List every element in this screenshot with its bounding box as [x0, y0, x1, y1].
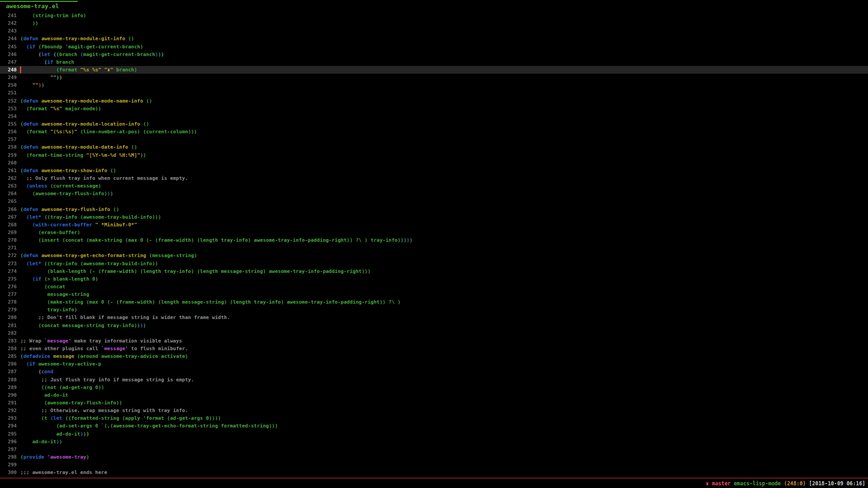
code-token: ;; Otherwise, wrap message string with t…	[20, 408, 188, 413]
code-token: ()	[128, 144, 137, 150]
code-line[interactable]: 260	[0, 159, 868, 167]
line-number: 272	[6, 252, 17, 259]
code-line[interactable]: 288 ;; Just flush tray info if message s…	[0, 376, 868, 384]
line-number: 241	[6, 12, 17, 19]
code-line[interactable]: 275 (if (> blank-length 0)	[0, 275, 868, 283]
code-text: (format-time-string "[%Y-%m-%d %H:%M]"))	[20, 151, 146, 159]
code-line[interactable]: 257	[0, 136, 868, 143]
code-line[interactable]: 274 (blank-length (- (frame-width) (leng…	[0, 267, 868, 275]
code-line[interactable]: 255(defun awesome-tray-module-location-i…	[0, 120, 868, 128]
code-token: )	[155, 52, 158, 57]
code-token: defun	[24, 206, 38, 212]
code-line[interactable]: 285(defadvice message (around awesome-tr…	[0, 352, 868, 360]
code-line[interactable]: 291 (awesome-tray-flush-info))	[0, 399, 868, 407]
code-line[interactable]: 261(defun awesome-tray-show-info ()	[0, 167, 868, 174]
code-token	[20, 214, 26, 220]
code-line[interactable]: 297	[0, 446, 868, 453]
code-line[interactable]: 259 (format-time-string "[%Y-%m-%d %H:%M…	[0, 151, 868, 159]
code-line[interactable]: 282	[0, 329, 868, 337]
code-line[interactable]: 244(defun awesome-tray-module-git-info (…	[0, 35, 868, 42]
code-line[interactable]: 248 (format "%s %s" "♜" branch)	[0, 66, 868, 74]
code-line[interactable]: 242 ))	[0, 19, 868, 27]
code-line[interactable]: 293 (t (let ((formatted-string (apply 'f…	[0, 414, 868, 422]
code-line[interactable]: 252(defun awesome-tray-module-mode-name-…	[0, 97, 868, 105]
code-line[interactable]: 300;;; awesome-tray.el ends here	[0, 469, 868, 476]
code-token: message	[47, 338, 68, 344]
code-line[interactable]: 299	[0, 461, 868, 469]
code-line[interactable]: 276 (concat	[0, 283, 868, 291]
code-line[interactable]: 287 (cond	[0, 368, 868, 375]
code-line[interactable]: 294 (ad-set-args 0 `(,(awesome-tray-get-…	[0, 422, 868, 430]
code-token: (	[20, 36, 24, 42]
code-line[interactable]: 267 (let* ((tray-info (awesome-tray-buil…	[0, 213, 868, 221]
code-line[interactable]: 278 (make-string (max 0 (- (frame-width)…	[0, 298, 868, 306]
code-line[interactable]: 289 ((not (ad-get-arg 0))	[0, 384, 868, 391]
line-number: 257	[6, 136, 17, 143]
code-text: ;; Just flush tray info if message strin…	[20, 376, 194, 384]
code-text: (defun awesome-tray-module-git-info ()	[20, 35, 134, 42]
code-line[interactable]: 266(defun awesome-tray-flush-info ()	[0, 206, 868, 213]
code-line[interactable]: 286 (if awesome-tray-active-p	[0, 360, 868, 368]
code-line[interactable]: 277 message-string	[0, 291, 868, 298]
code-token: ;;; awesome-tray.el ends here	[20, 469, 107, 475]
code-token: ()	[140, 121, 149, 127]
code-token: )	[110, 191, 113, 197]
echo-area-divider	[0, 478, 868, 479]
code-line[interactable]: 283;; Wrap `message' make tray informati…	[0, 337, 868, 345]
code-line[interactable]: 243	[0, 27, 868, 35]
code-line[interactable]: 298(provide 'awesome-tray)	[0, 453, 868, 461]
code-text: ""))	[20, 81, 44, 89]
code-text: (if branch	[20, 58, 74, 66]
code-line[interactable]: 295 ad-do-it)))	[0, 430, 868, 438]
code-line[interactable]: 290 ad-do-it	[0, 391, 868, 399]
code-text: (erase-buffer)	[20, 229, 80, 236]
code-line[interactable]: 241 (string-trim info)	[0, 12, 868, 19]
line-number: 270	[6, 236, 17, 244]
code-line[interactable]: 253 (format "%s" major-mode))	[0, 105, 868, 113]
code-line[interactable]: 271	[0, 244, 868, 252]
code-token: )	[406, 237, 410, 243]
code-line[interactable]: 262 ;; Only flush tray info when current…	[0, 174, 868, 182]
code-line[interactable]: 284;; even other plugins call `message' …	[0, 345, 868, 352]
line-number: 280	[6, 314, 17, 321]
line-number: 297	[6, 446, 17, 453]
code-token: (awesome-tray-flush-info)	[20, 191, 107, 197]
code-line[interactable]: 246 (let ((branch (magit-get-current-bra…	[0, 51, 868, 58]
code-text: (if awesome-tray-active-p	[20, 360, 101, 368]
line-number: 251	[6, 89, 17, 97]
code-line[interactable]: 281 (concat message-string tray-info))))	[0, 322, 868, 329]
code-line[interactable]: 264 (awesome-tray-flush-info)))	[0, 190, 868, 197]
code-line[interactable]: 292 ;; Otherwise, wrap message string wi…	[0, 407, 868, 414]
code-line[interactable]: 270 (insert (concat (make-string (max 0 …	[0, 236, 868, 244]
code-line[interactable]: 280 ;; Don't fill blank if message strin…	[0, 314, 868, 321]
code-line[interactable]: 245 (if (fboundp 'magit-get-current-bran…	[0, 43, 868, 51]
code-token: (	[26, 361, 29, 367]
code-line[interactable]: 269 (erase-buffer)	[0, 229, 868, 236]
code-token: (string-trim info)	[20, 13, 86, 19]
code-token: ))	[140, 152, 146, 158]
code-token: let	[41, 52, 50, 57]
code-line[interactable]: 249 ""))	[0, 74, 868, 81]
code-token: ad-do-it	[20, 392, 68, 398]
code-token: ()	[110, 206, 119, 212]
code-token: "[%Y-%m-%d %H:%M]"	[86, 152, 140, 158]
code-line[interactable]: 273 (let* ((tray-info (awesome-tray-buil…	[0, 260, 868, 267]
code-token: major-mode))	[62, 106, 101, 112]
code-editor[interactable]: 241 (string-trim info)242 ))243244(defun…	[0, 12, 868, 476]
code-line[interactable]: 256 (format "(%s:%s)" (line-number-at-po…	[0, 128, 868, 136]
code-line[interactable]: 250 ""))	[0, 81, 868, 89]
code-line[interactable]: 279 tray-info)	[0, 306, 868, 314]
code-line[interactable]: 263 (unless (current-message)	[0, 182, 868, 190]
code-line[interactable]: 258(defun awesome-tray-module-date-info …	[0, 143, 868, 151]
code-line[interactable]: 251	[0, 89, 868, 97]
code-line[interactable]: 247 (if branch	[0, 58, 868, 66]
code-line[interactable]: 265	[0, 197, 868, 205]
code-line[interactable]: 268 (with-current-buffer " *Minibuf-0*"	[0, 221, 868, 229]
code-line[interactable]: 272(defun awesome-tray-get-echo-format-s…	[0, 252, 868, 259]
code-line[interactable]: 254	[0, 113, 868, 120]
code-token: tray-info)	[20, 307, 77, 313]
code-token: ))	[20, 20, 38, 26]
code-line[interactable]: 296 ad-do-it))	[0, 438, 868, 446]
code-token: )	[86, 431, 90, 437]
code-text: (let* ((tray-info (awesome-tray-build-in…	[20, 260, 158, 267]
